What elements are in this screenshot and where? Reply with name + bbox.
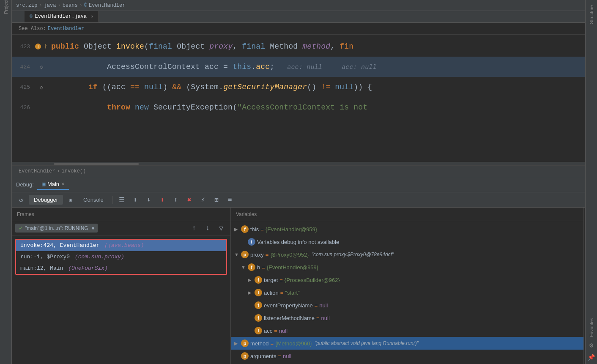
frame-italic-1: (com.sun.proxy) [71, 254, 124, 260]
more-button[interactable]: ≡ [224, 194, 236, 206]
favorites-label[interactable]: Favorites [588, 315, 595, 340]
frame-item-2[interactable]: main:12, Main (OneFourSix) [16, 263, 226, 274]
var-icon-this: f [241, 225, 249, 233]
tab-eventhandler[interactable]: © EventHandler.java ✕ [25, 11, 99, 22]
code-hscroll-thumb[interactable] [54, 163, 139, 165]
frame-item-0[interactable]: invoke:424, EventHandler (java.beans) [16, 240, 226, 251]
debug-tab-close[interactable]: ✕ [61, 181, 65, 187]
var-row-target[interactable]: ▶ f target = {ProcessBuilder@962} [231, 274, 583, 286]
code-footer-breadcrumb: EventHandler › invoke() [12, 165, 597, 177]
debugger-tab[interactable]: Debugger [29, 195, 63, 205]
var-icon-arguments: p [241, 352, 249, 360]
trace-button[interactable]: ⚡ [197, 194, 209, 206]
var-name-info: Variables debug info not available [257, 239, 339, 245]
settings-button[interactable]: ☰ [116, 194, 128, 206]
see-also-bar: See Also: EventHandler [12, 23, 597, 35]
var-row-evtpropname: f eventPropertyName = null [231, 299, 583, 312]
debug-body: Frames ✓ "main"@1 in...n": RUNNING ▾ ↑ ↓… [12, 208, 597, 364]
var-row-listmethname: f listenerMethodName = null [231, 312, 583, 324]
var-icon-listmethname: f [255, 314, 262, 322]
code-line-423: 423 ! ↑ public Object invoke(final Objec… [12, 36, 597, 57]
var-eq-evtpropname: = [315, 302, 318, 309]
thread-select[interactable]: ✓ "main"@1 in...n": RUNNING ▾ [15, 224, 98, 233]
breadcrumb-java: java [44, 3, 56, 8]
diamond-mark-424: ◇ [40, 63, 43, 71]
var-eq-method: = [270, 340, 274, 347]
class-icon: © [84, 3, 87, 8]
var-val-proxy: {$Proxy0@952} [270, 252, 309, 258]
see-also-label: See Also: [19, 26, 46, 32]
frame-item-1[interactable]: run:-1, $Proxy0 (com.sun.proxy) [16, 251, 226, 263]
frames-list-inner: invoke:424, EventHandler (java.beans) ru… [15, 239, 227, 275]
line-num-426: 426 [12, 104, 35, 111]
var-icon-target: f [255, 276, 262, 284]
var-row-h[interactable]: ▼ f h = {EventHandler@959} [231, 261, 583, 274]
structure-label[interactable]: Structure [588, 2, 595, 27]
frames-down-button[interactable]: ↓ [202, 222, 214, 234]
diamond-mark-425: ◇ [40, 84, 43, 91]
debug-main-tab[interactable]: ▣ Main ✕ [37, 179, 69, 190]
step-out-button[interactable]: ⬆ [156, 194, 168, 206]
var-expand-this[interactable]: ▶ [234, 227, 241, 232]
var-name-acc: acc [264, 328, 272, 334]
restart-button[interactable]: ↺ [15, 194, 27, 206]
var-name-evtpropname: eventPropertyName [264, 302, 313, 309]
debug-header: Debug: ▣ Main ✕ [12, 177, 597, 192]
var-expand-proxy[interactable]: ▼ [234, 252, 241, 257]
frames-filter-button[interactable]: ▽ [215, 222, 227, 234]
var-row-arguments: p arguments = null [231, 350, 583, 362]
left-sidebar: Project [0, 0, 12, 364]
var-name-method: method [250, 340, 268, 347]
var-name-arguments: arguments [250, 353, 276, 359]
var-expand-action[interactable]: ▶ [248, 290, 255, 296]
code-hscroll[interactable] [12, 162, 597, 165]
line-content-424: AccessControlContext acc = this.acc;acc:… [48, 63, 597, 71]
var-comment-proxy: "com.sun.proxy.$Proxy0@78e94dcf" [312, 252, 394, 257]
var-row-method[interactable]: ▶ p method = {Method@960} "public abstra… [231, 337, 583, 350]
var-eq-listmethname: = [316, 315, 320, 321]
code-lines: 423 ! ↑ public Object invoke(final Objec… [12, 35, 597, 162]
var-icon-h: f [248, 263, 255, 271]
frames-list: invoke:424, EventHandler (java.beans) ru… [12, 235, 230, 364]
var-icon-method: p [241, 339, 249, 347]
var-val-target: {ProcessBuilder@962} [285, 277, 340, 283]
pin-icon[interactable]: 📌 [586, 352, 597, 362]
var-expand-h[interactable]: ▼ [241, 265, 248, 270]
frames-up-button[interactable]: ↑ [188, 222, 200, 234]
line-content-423: public Object invoke(final Object proxy,… [48, 42, 597, 51]
console-tab[interactable]: Console [78, 195, 109, 205]
var-val-listmethname: null [321, 315, 330, 321]
step-into-button[interactable]: ⬇ [143, 194, 155, 206]
toolbar-sep1 [112, 196, 112, 204]
var-val-h: {EventHandler@959} [267, 264, 318, 271]
var-row-proxy[interactable]: ▼ p proxy = {$Proxy0@952} "com.sun.proxy… [231, 248, 583, 261]
var-val-evtpropname: null [319, 302, 328, 309]
tab-label: EventHandler.java [35, 14, 87, 19]
evaluate-button[interactable]: ✖ [183, 194, 195, 206]
var-expand-method[interactable]: ▶ [234, 341, 241, 346]
line-gutter-425: ◇ [35, 84, 48, 91]
sep3: › [79, 3, 82, 8]
var-name-listmethname: listenerMethodName [264, 315, 315, 321]
frames-toolbar: ✓ "main"@1 in...n": RUNNING ▾ ↑ ↓ ▽ [12, 221, 230, 235]
line-num-425: 425 [12, 84, 35, 90]
run-to-cursor-button[interactable]: ⬆ [170, 194, 182, 206]
debug-breakpoint-423[interactable]: ! [35, 44, 41, 49]
line-content-425: if ((acc == null) && (System.getSecurity… [48, 83, 597, 91]
step-over-button[interactable]: ⬆ [129, 194, 141, 206]
var-row-this[interactable]: ▶ f this = {EventHandler@959} [231, 223, 583, 235]
breadcrumb-beans: beans [63, 3, 78, 8]
project-icon[interactable]: Project [1, 2, 11, 12]
var-icon-action: f [255, 289, 262, 296]
settings-icon[interactable]: ⚙ [586, 340, 597, 350]
var-row-action[interactable]: ▶ f action = "start" [231, 286, 583, 299]
see-also-link[interactable]: EventHandler [48, 26, 84, 32]
right-sidebar: Structure Favorites ⚙ 📌 [585, 0, 597, 364]
sep2: › [58, 3, 60, 8]
var-eq-arguments: = [278, 353, 281, 359]
tab-close-button[interactable]: ✕ [91, 14, 93, 19]
footer-sep: › [57, 168, 60, 174]
var-expand-target[interactable]: ▶ [248, 277, 255, 283]
var-eq-h: = [262, 264, 265, 271]
layout-button[interactable]: ⊞ [211, 194, 222, 206]
